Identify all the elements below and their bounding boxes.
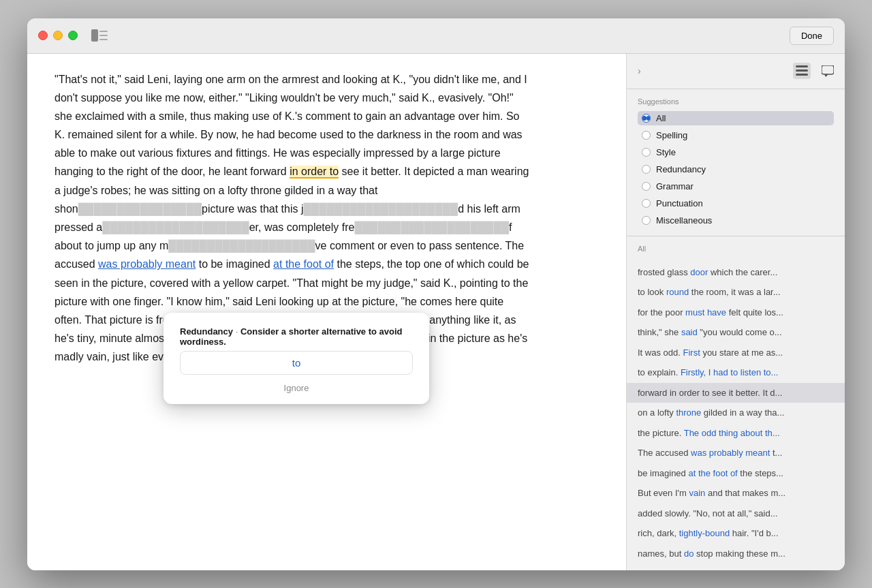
content-area: "That's not it," said Leni, laying one a… <box>27 54 845 570</box>
list-item[interactable]: the picture. The odd thing about th... <box>627 423 845 444</box>
link-door: door <box>690 267 708 277</box>
comment-view-button[interactable] <box>819 63 837 80</box>
radio-miscellaneous[interactable]: Miscellaneous <box>638 213 834 228</box>
suggestion-list: frosted glass door which the carer... to… <box>627 262 845 570</box>
svg-rect-0 <box>91 29 98 42</box>
list-item[interactable]: rich, dark, tightly-bound hair. "I'd b..… <box>627 523 845 544</box>
link-tightly-bound: tightly-bound <box>679 528 730 538</box>
radio-spelling-circle <box>642 131 651 140</box>
main-text-pane: "That's not it," said Leni, laying one a… <box>27 54 627 570</box>
radio-punctuation-label: Punctuation <box>656 198 703 208</box>
text-paragraph-1: "That's not it," said Leni, laying one a… <box>54 74 529 215</box>
svg-rect-3 <box>99 39 108 40</box>
comment-icon <box>822 65 834 77</box>
radio-redundancy[interactable]: Redundancy <box>638 162 834 176</box>
svg-rect-6 <box>796 74 808 76</box>
list-item[interactable]: frosted glass door which the carer... <box>627 262 845 283</box>
link-at-foot: at the foot of <box>688 468 737 478</box>
radio-style-circle <box>642 148 651 157</box>
sidebar-toggle-button[interactable] <box>89 26 110 45</box>
minimize-button[interactable] <box>53 31 63 40</box>
svg-rect-1 <box>99 31 108 32</box>
tooltip-ignore-button[interactable]: Ignore <box>180 383 413 393</box>
close-button[interactable] <box>38 31 48 40</box>
list-item[interactable]: to explain. Firstly, I had to listen to.… <box>627 362 845 383</box>
radio-miscellaneous-label: Miscellaneous <box>656 215 712 226</box>
redundancy-tooltip: Redundancy · Consider a shorter alternat… <box>164 313 429 404</box>
text-picture: picture was that this j <box>202 203 303 215</box>
text-ve: ve comment or even to pass sentence <box>315 240 499 251</box>
app-window: Done "That's not it," said Leni, laying … <box>27 18 845 570</box>
list-item[interactable]: It was odd. First you stare at me as... <box>627 343 845 363</box>
link-odd-thing: The odd thing about th... <box>684 428 780 438</box>
list-item[interactable]: added slowly. "No, not at all," said... <box>627 504 845 524</box>
radio-all[interactable]: All <box>638 111 834 125</box>
radio-redundancy-label: Redundancy <box>656 164 706 174</box>
radio-miscellaneous-circle <box>642 216 651 225</box>
text-obscured-2: ████████████████████ <box>303 203 458 215</box>
list-item[interactable]: But even I'm vain and that makes m... <box>627 483 845 504</box>
tooltip-suggestion-option[interactable]: to <box>180 351 413 375</box>
list-item-highlighted[interactable]: forward in order to see it better. It d.… <box>627 383 845 403</box>
list-item[interactable]: names, but do stop making these m... <box>627 544 845 564</box>
titlebar: Done <box>27 18 845 54</box>
text-obscured-3: ███████████████████ <box>102 221 249 233</box>
radio-group: All Spelling Style Redundancy <box>638 111 834 228</box>
right-sidebar: › <box>627 54 845 570</box>
radio-spelling-label: Spelling <box>656 130 687 140</box>
maximize-button[interactable] <box>68 31 78 40</box>
suggestions-label: Suggestions <box>638 97 834 106</box>
link-firstly: Firstly, I had to listen to... <box>681 367 779 377</box>
list-view-icon <box>796 65 808 76</box>
done-button[interactable]: Done <box>790 27 834 45</box>
sidebar-header-icons <box>793 63 837 80</box>
list-item[interactable]: to look round the room, it was a lar... <box>627 282 845 303</box>
radio-spelling[interactable]: Spelling <box>638 128 834 142</box>
radio-style[interactable]: Style <box>638 145 834 159</box>
link-throne: throne <box>676 407 701 418</box>
all-results-label: All <box>627 242 845 257</box>
radio-all-label: All <box>656 113 666 123</box>
radio-grammar[interactable]: Grammar <box>638 179 834 194</box>
radio-redundancy-circle <box>642 165 651 174</box>
radio-grammar-label: Grammar <box>656 181 694 191</box>
svg-rect-4 <box>796 65 808 67</box>
radio-style-label: Style <box>656 147 676 157</box>
svg-rect-7 <box>822 65 834 74</box>
link-do: do <box>684 548 694 559</box>
list-item[interactable]: be imagined at the foot of the steps... <box>627 463 845 484</box>
link-vain: vain <box>689 488 705 498</box>
list-item[interactable]: for the poor must have felt quite los... <box>627 303 845 323</box>
svg-rect-2 <box>99 35 108 36</box>
text-obscured-1: ████████████████ <box>78 203 202 215</box>
traffic-lights <box>38 31 78 40</box>
list-item[interactable]: away, not till then. Only, without hel..… <box>627 563 845 570</box>
highlight-at-foot: at the foot of <box>273 258 334 270</box>
link-first: First <box>683 347 700 358</box>
all-section: All <box>627 236 845 262</box>
link-probably-meant: was probably meant <box>691 448 770 458</box>
link-said: said <box>681 327 698 337</box>
radio-punctuation-circle <box>642 199 651 208</box>
svg-rect-5 <box>796 69 808 72</box>
sidebar-header: › <box>627 54 845 89</box>
text-obscured-4: ████████████████████ <box>354 221 509 233</box>
text-er-was: er, was completely fre <box>249 221 355 233</box>
list-item[interactable]: on a lofty throne gilded in a way tha... <box>627 403 845 423</box>
list-item[interactable]: The accused was probably meant t... <box>627 443 845 463</box>
link-round: round <box>666 287 689 297</box>
link-must-have: must have <box>685 307 726 318</box>
list-item[interactable]: think," she said "you would come o... <box>627 322 845 343</box>
radio-all-circle <box>642 114 651 123</box>
link-till: till <box>677 568 685 570</box>
text-obscured-5: ███████████████████ <box>168 240 315 251</box>
suggestions-filter-section: Suggestions All Spelling Style <box>627 89 845 236</box>
highlight-probably-meant: was probably meant <box>98 258 196 270</box>
radio-grammar-circle <box>642 182 651 191</box>
sidebar-chevron-icon[interactable]: › <box>635 63 644 79</box>
tooltip-title: Redundancy · Consider a shorter alternat… <box>180 326 413 347</box>
list-view-button[interactable] <box>793 63 811 79</box>
radio-punctuation[interactable]: Punctuation <box>638 196 834 211</box>
redundancy-highlight-in-order-to[interactable]: in order to <box>290 166 339 179</box>
sidebar-toggle-icon <box>91 29 108 42</box>
